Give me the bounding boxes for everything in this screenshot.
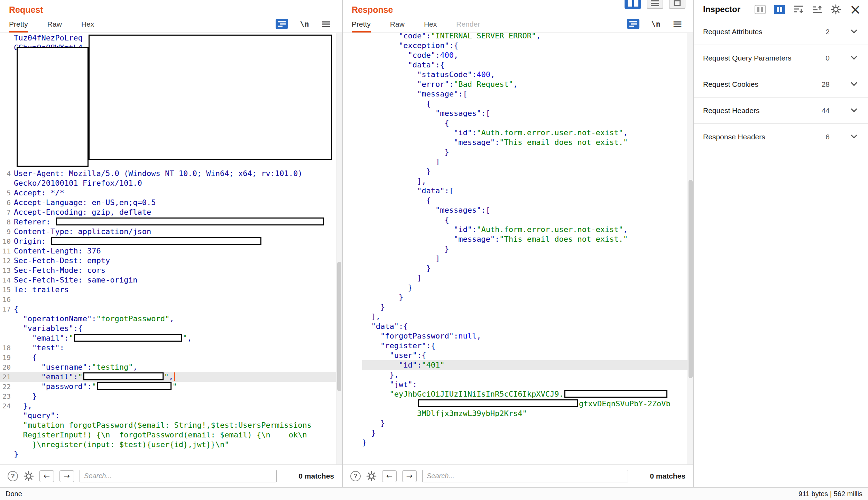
code-line[interactable]: {: [362, 215, 693, 225]
code-line[interactable]: {: [362, 99, 693, 109]
code-line[interactable]: 8Referer:: [0, 217, 342, 227]
code-line[interactable]: "eyJhbGciOiJIUzI1NiIsInR5cCI6IkpXVCJ9.: [362, 389, 693, 399]
request-editor[interactable]: Tuz04fNezPoLreqCGhxmOoQ8WXmtL44User-Agen…: [0, 33, 342, 464]
pretty-print-icon[interactable]: [276, 19, 288, 29]
code-line[interactable]: "mutation forgotPassword($email: String!…: [0, 420, 342, 430]
search-settings-gear-icon[interactable]: [366, 471, 377, 481]
code-line[interactable]: "variables":{: [0, 324, 342, 333]
tab-hex[interactable]: Hex: [81, 15, 94, 33]
code-line[interactable]: ]: [362, 273, 693, 283]
code-line[interactable]: "exception":{: [362, 41, 693, 50]
expand-all-icon[interactable]: [812, 5, 822, 14]
code-line[interactable]: 15Te: trailers: [0, 285, 342, 295]
prev-match-button[interactable]: ←: [382, 470, 397, 482]
layout-single-icon[interactable]: [669, 0, 685, 9]
code-line[interactable]: "operationName":"forgotPassword",: [0, 314, 342, 324]
next-match-button[interactable]: →: [59, 470, 74, 482]
request-scrollbar-thumb[interactable]: [337, 262, 341, 391]
tab-render[interactable]: Render: [456, 15, 480, 33]
panel-menu-icon[interactable]: ≡: [321, 18, 331, 30]
code-line[interactable]: }: [362, 167, 693, 176]
code-line[interactable]: "messages":[: [362, 109, 693, 118]
tab-raw[interactable]: Raw: [390, 15, 405, 33]
code-line[interactable]: }: [362, 244, 693, 254]
code-line[interactable]: RegisterInput!) {\n forgotPassword(email…: [0, 430, 342, 440]
code-line[interactable]: 10Origin:: [0, 237, 342, 246]
inspector-settings-gear-icon[interactable]: [831, 4, 841, 15]
code-line[interactable]: "message":"This email does not exist.": [362, 234, 693, 244]
code-line[interactable]: gtxvDEqnSVuPbY-2ZoVb: [362, 399, 693, 409]
code-line[interactable]: "message":[: [362, 89, 693, 99]
code-line[interactable]: ],: [362, 312, 693, 322]
code-line[interactable]: ]: [362, 254, 693, 263]
code-line[interactable]: "data":{: [362, 60, 693, 70]
inspector-view-columns-icon[interactable]: [774, 5, 785, 14]
code-line[interactable]: 23 }: [0, 391, 342, 401]
inspector-section-request-attributes[interactable]: Request Attributes2: [694, 19, 868, 45]
code-line[interactable]: },: [362, 370, 693, 380]
code-line[interactable]: "statusCode":400,: [362, 70, 693, 80]
code-line[interactable]: }: [362, 418, 693, 428]
tab-pretty[interactable]: Pretty: [9, 15, 28, 33]
code-line[interactable]: 7Accept-Encoding: gzip, deflate: [0, 207, 342, 217]
tab-hex[interactable]: Hex: [424, 15, 437, 33]
close-inspector-icon[interactable]: ×: [849, 4, 861, 15]
code-line[interactable]: 19 {: [0, 353, 342, 362]
code-line[interactable]: "data":[: [362, 186, 693, 196]
newline-toggle-icon[interactable]: \n: [651, 20, 661, 28]
inspector-section-request-cookies[interactable]: Request Cookies28: [694, 71, 868, 98]
code-line[interactable]: }: [362, 283, 693, 293]
code-line[interactable]: }: [362, 147, 693, 157]
code-line[interactable]: "register":{: [362, 341, 693, 351]
code-line[interactable]: }: [362, 263, 693, 273]
code-line[interactable]: "error":"Bad Request",: [362, 80, 693, 89]
help-icon[interactable]: ?: [8, 471, 18, 481]
code-line[interactable]: }: [0, 450, 342, 459]
code-line[interactable]: "id":"401": [362, 360, 693, 370]
code-line[interactable]: }: [362, 438, 693, 447]
code-line[interactable]: 11Content-Length: 376: [0, 246, 342, 256]
code-line[interactable]: ],: [362, 176, 693, 186]
prev-match-button[interactable]: ←: [39, 470, 54, 482]
code-line[interactable]: 14Sec-Fetch-Site: same-origin: [0, 275, 342, 285]
next-match-button[interactable]: →: [402, 470, 417, 482]
panel-menu-icon[interactable]: ≡: [672, 18, 683, 30]
code-line[interactable]: 24 },: [0, 401, 342, 411]
code-line[interactable]: "id":"Auth.form.error.user.not-exist",: [362, 225, 693, 234]
code-line[interactable]: "message":"This email does not exist.": [362, 138, 693, 147]
code-line[interactable]: 9Content-Type: application/json: [0, 227, 342, 237]
code-line[interactable]: }\nregister(input: $test){user{id},jwt}}…: [0, 440, 342, 450]
inspector-section-request-query-parameters[interactable]: Request Query Parameters0: [694, 45, 868, 71]
response-editor[interactable]: "code":"INTERNAL_SERVER_ERROR", "excepti…: [343, 33, 693, 464]
code-line[interactable]: ]: [362, 157, 693, 167]
code-line[interactable]: 12Sec-Fetch-Dest: empty: [0, 256, 342, 266]
newline-toggle-icon[interactable]: \n: [300, 20, 309, 28]
code-line[interactable]: 16: [0, 295, 342, 304]
code-line[interactable]: "query":: [0, 411, 342, 420]
code-line[interactable]: "jwt":: [362, 380, 693, 389]
help-icon[interactable]: ?: [350, 471, 361, 481]
code-line[interactable]: 17{: [0, 304, 342, 314]
search-input[interactable]: [422, 470, 628, 482]
layout-rows-icon[interactable]: [647, 0, 663, 9]
code-line[interactable]: }: [362, 302, 693, 312]
code-line[interactable]: Gecko/20100101 Firefox/101.0: [0, 178, 342, 188]
code-line[interactable]: 21 "email":"",: [0, 372, 342, 382]
code-line[interactable]: {: [362, 196, 693, 205]
tab-pretty[interactable]: Pretty: [352, 15, 371, 33]
code-line[interactable]: 22 "password":"": [0, 382, 342, 391]
code-line[interactable]: "messages":[: [362, 205, 693, 215]
code-line[interactable]: 13Sec-Fetch-Mode: cors: [0, 266, 342, 275]
code-line[interactable]: 20 "username":"testing",: [0, 362, 342, 372]
code-line[interactable]: "id":"Auth.form.error.user.not-exist",: [362, 128, 693, 138]
code-line[interactable]: "data":{: [362, 322, 693, 331]
inspector-section-response-headers[interactable]: Response Headers6: [694, 124, 868, 150]
code-line[interactable]: "user":{: [362, 351, 693, 360]
inspector-section-request-headers[interactable]: Request Headers44: [694, 98, 868, 124]
pretty-print-icon[interactable]: [627, 19, 639, 29]
code-line[interactable]: 4User-Agent: Mozilla/5.0 (Windows NT 10.…: [0, 169, 342, 178]
code-line[interactable]: 18 "test":: [0, 343, 342, 353]
search-settings-gear-icon[interactable]: [24, 471, 34, 481]
search-input[interactable]: [80, 470, 277, 482]
code-line[interactable]: 5Accept: */*: [0, 188, 342, 198]
